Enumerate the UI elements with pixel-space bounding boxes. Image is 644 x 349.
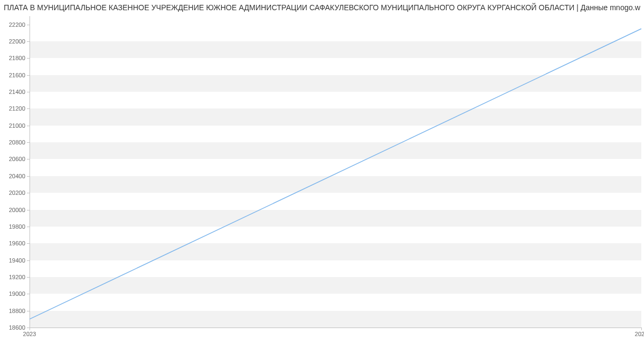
- y-tick-label: 20800: [9, 139, 30, 146]
- y-tick-label: 19600: [9, 240, 30, 246]
- chart-container: ПЛАТА В МУНИЦИПАЛЬНОЕ КАЗЕННОЕ УЧРЕЖДЕНИ…: [0, 0, 644, 349]
- y-tick-label: 20000: [9, 207, 30, 213]
- y-tick-label: 19800: [9, 223, 30, 230]
- x-tick: [641, 328, 642, 330]
- plot-area: 1860018800190001920019400196001980020000…: [30, 16, 641, 328]
- series-line: [30, 29, 641, 319]
- y-tick-label: 22000: [9, 38, 30, 45]
- x-tick: [30, 328, 30, 330]
- y-tick-label: 19400: [9, 257, 30, 264]
- y-tick-label: 22200: [9, 21, 30, 28]
- y-tick-label: 21000: [9, 122, 30, 129]
- y-tick-label: 21200: [9, 105, 30, 112]
- y-tick-label: 18600: [9, 324, 30, 331]
- y-tick-label: 19200: [9, 274, 30, 280]
- y-tick-label: 21400: [9, 89, 30, 95]
- y-tick-label: 21800: [9, 55, 30, 61]
- x-tick-label: 2024: [635, 331, 644, 337]
- chart-line-layer: [30, 16, 641, 328]
- y-tick-label: 20400: [9, 173, 30, 179]
- chart-title: ПЛАТА В МУНИЦИПАЛЬНОЕ КАЗЕННОЕ УЧРЕЖДЕНИ…: [0, 3, 644, 12]
- y-tick-label: 19000: [9, 290, 30, 297]
- y-tick-label: 18800: [9, 308, 30, 314]
- y-tick-label: 21600: [9, 72, 30, 78]
- y-tick-label: 20200: [9, 190, 30, 196]
- x-tick-label: 2023: [23, 331, 36, 337]
- y-tick-label: 20600: [9, 156, 30, 162]
